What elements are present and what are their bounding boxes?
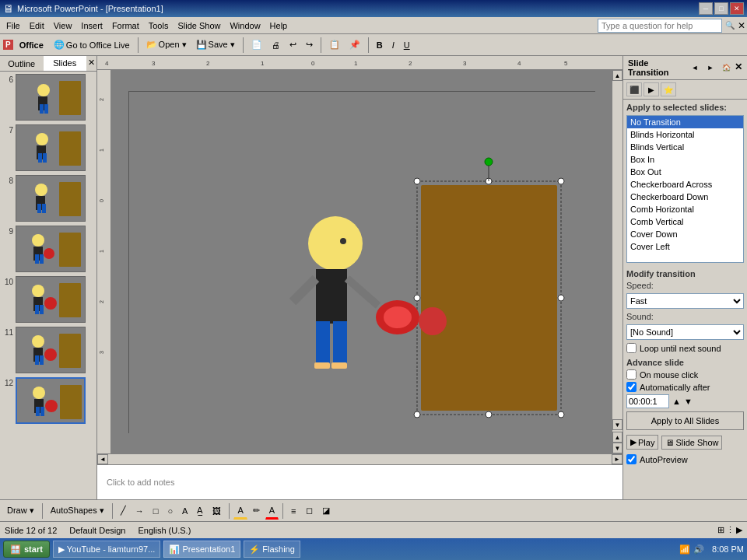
slide-thumb-10[interactable]: 10 <box>2 275 95 324</box>
slides-panel[interactable]: 6 7 <box>0 72 96 499</box>
slide-sorter-icon[interactable]: ⋮ <box>726 525 735 535</box>
transition-checkerboard-across[interactable]: Checkerboard Across <box>627 178 743 191</box>
underline-button[interactable]: U <box>400 37 414 54</box>
normal-view-icon[interactable]: ⊞ <box>717 525 724 535</box>
panel-forward-button[interactable]: ► <box>703 61 717 74</box>
taskbar-presentation[interactable]: 📊 Presentation1 <box>163 541 240 558</box>
slide-img-12[interactable] <box>16 377 86 424</box>
help-search-input[interactable] <box>598 19 722 33</box>
menu-insert[interactable]: Insert <box>76 19 107 32</box>
rect-tool[interactable]: □ <box>149 502 163 520</box>
redo-button[interactable]: ↪ <box>302 37 317 54</box>
expand-down-button[interactable]: ▼ <box>612 443 622 453</box>
time-spinner-up[interactable]: ▲ <box>672 397 681 406</box>
new-button[interactable]: 📄 <box>247 37 266 54</box>
paste-button[interactable]: 📌 <box>345 37 364 54</box>
on-mouse-click-checkbox[interactable] <box>626 369 637 380</box>
menu-edit[interactable]: Edit <box>25 19 49 32</box>
start-button[interactable]: 🪟 start <box>3 541 50 558</box>
transition-checkerboard-down[interactable]: Checkerboard Down <box>627 191 743 203</box>
apply-all-slides-button[interactable]: Apply to All Slides <box>626 411 744 430</box>
transition-cover-down[interactable]: Cover Down <box>627 228 743 240</box>
copy-button[interactable]: 📋 <box>325 37 344 54</box>
scroll-up-button[interactable]: ▲ <box>612 70 622 81</box>
transition-box-out[interactable]: Box Out <box>627 166 743 178</box>
slide-thumb-11[interactable]: 11 <box>2 326 95 374</box>
slide-img-10[interactable] <box>16 276 86 323</box>
play-button[interactable]: ▶ Play <box>626 435 658 450</box>
fill-color-button[interactable]: A <box>233 502 247 520</box>
time-input[interactable] <box>626 394 669 408</box>
menu-format[interactable]: Format <box>107 19 144 32</box>
close-panel-button[interactable]: ✕ <box>86 56 96 71</box>
tab-slides[interactable]: Slides <box>44 56 87 71</box>
arrow-tool[interactable]: → <box>132 502 148 520</box>
slideshow-view-icon[interactable]: ▶ <box>736 525 742 535</box>
transition-cover-left[interactable]: Cover Left <box>627 240 743 253</box>
main-slide[interactable] <box>128 91 595 433</box>
slide-img-9[interactable] <box>16 226 86 272</box>
time-spinner-down[interactable]: ▼ <box>684 397 693 406</box>
transition-icon-3[interactable]: ⭐ <box>661 82 676 96</box>
close-button[interactable]: ✕ <box>730 2 744 15</box>
autopreview-checkbox[interactable] <box>626 454 637 464</box>
align-left-button[interactable]: ≡ <box>287 502 300 520</box>
speed-select[interactable]: Fast Medium Slow <box>626 293 744 309</box>
taskbar-youtube[interactable]: ▶ YouTube - liamturn97... <box>53 541 161 558</box>
transition-icon-1[interactable]: ⬛ <box>626 82 642 96</box>
transition-list[interactable]: No Transition Blinds Horizontal Blinds V… <box>626 115 744 263</box>
ellipse-tool[interactable]: ○ <box>163 502 177 520</box>
menu-window[interactable]: Window <box>225 19 265 32</box>
maximize-button[interactable]: □ <box>714 2 728 15</box>
slide-img-7[interactable] <box>16 124 86 171</box>
clipart-tool[interactable]: 🖼 <box>209 502 225 520</box>
3d-button[interactable]: ◪ <box>318 502 334 520</box>
slide-thumb-7[interactable]: 7 <box>2 124 95 172</box>
line-tool[interactable]: ╱ <box>117 502 130 520</box>
transition-comb-v[interactable]: Comb Vertical <box>627 215 743 228</box>
textbox-tool[interactable]: A <box>178 502 191 520</box>
vertical-scrollbar[interactable]: ▲ ▼ ▲ ▼ <box>612 70 622 453</box>
horizontal-scrollbar[interactable]: ◄ ► <box>97 453 622 464</box>
panel-close-button[interactable]: ✕ <box>735 61 742 74</box>
transition-icon-2[interactable]: ▶ <box>644 82 659 96</box>
wordart-tool[interactable]: A̲ <box>193 502 207 520</box>
slide-thumb-9[interactable]: 9 <box>2 225 95 273</box>
bold-button[interactable]: B <box>373 37 387 54</box>
taskbar-flashing[interactable]: ⚡ Flashing <box>244 541 300 558</box>
tab-outline[interactable]: Outline <box>0 56 44 71</box>
line-color-button[interactable]: ✏ <box>249 502 264 520</box>
undo-button[interactable]: ↩ <box>286 37 300 54</box>
slide-show-button[interactable]: 🖥 Slide Show <box>661 436 722 450</box>
close-help-icon[interactable]: ✕ <box>738 20 745 31</box>
transition-no-transition[interactable]: No Transition <box>627 116 743 128</box>
auto-after-checkbox[interactable] <box>626 382 637 392</box>
menu-view[interactable]: View <box>49 19 77 32</box>
slide-img-8[interactable] <box>16 175 86 222</box>
save-button[interactable]: 💾 Save ▾ <box>192 37 239 54</box>
font-color-button[interactable]: A <box>265 502 279 520</box>
open-button[interactable]: 📂 Open ▾ <box>142 37 191 54</box>
go-to-office-live-button[interactable]: 🌐 Go to Office Live <box>50 37 134 54</box>
menu-file[interactable]: File <box>2 19 25 32</box>
expand-up-button[interactable]: ▲ <box>612 432 622 443</box>
italic-button[interactable]: I <box>388 37 398 54</box>
slide-thumb-8[interactable]: 8 <box>2 174 95 222</box>
sound-select[interactable]: [No Sound] Applause Arrow <box>626 324 744 340</box>
print-button[interactable]: 🖨 <box>268 37 284 54</box>
slide-thumb-12[interactable]: 12 <box>2 376 95 425</box>
slide-img-11[interactable] <box>16 327 86 373</box>
autoshapes-button[interactable]: AutoShapes ▾ <box>47 502 108 520</box>
transition-blinds-h[interactable]: Blinds Horizontal <box>627 128 743 141</box>
scroll-right-button[interactable]: ► <box>612 454 622 464</box>
draw-button[interactable]: Draw ▾ <box>3 502 38 520</box>
transition-comb-h[interactable]: Comb Horizontal <box>627 203 743 215</box>
slide-thumb-6[interactable]: 6 <box>2 73 95 121</box>
menu-help[interactable]: Help <box>265 19 293 32</box>
minimize-button[interactable]: ─ <box>699 2 713 15</box>
panel-back-button[interactable]: ◄ <box>688 61 702 74</box>
notes-area[interactable]: Click to add notes <box>97 464 622 499</box>
slide-img-6[interactable] <box>16 74 86 121</box>
scroll-down-button[interactable]: ▼ <box>612 419 622 430</box>
panel-home-button[interactable]: 🏠 <box>719 61 733 74</box>
